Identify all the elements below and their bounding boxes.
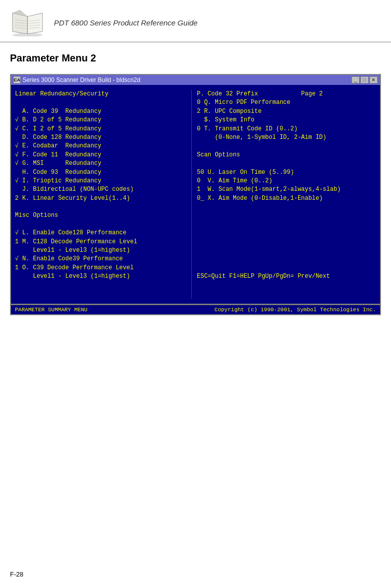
status-right: Copyright (c) 1990-2001, Symbol Technolo… [215,307,376,313]
left-line-h: H. Code 93 Redundancy [15,168,189,177]
left-line-blank-1 [15,98,189,107]
left-line-o2: Level1 - Level3 (1=highest) [15,272,189,281]
left-line-n: √ N. Enable Code39 Performance [15,255,189,263]
left-line-a: A. Code 39 Redundancy [15,107,189,116]
left-line-b: √ B. D 2 of 5 Redundancy [15,116,189,124]
terminal-window: CA Series 3000 Scanner Driver Build - bl… [10,74,381,315]
right-line-v: 0 V. Aim Time (0..2) [197,177,376,185]
left-line-k: 2 K. Linear Security Level(1..4) [15,194,189,203]
left-line-m2: Level1 - Level3 (1=highest) [15,246,189,255]
page-title: Parameter Menu 2 [0,42,391,69]
footer-page-number: F-28 [10,571,23,578]
left-line-j: J. Bidirectioal (NON-UPC codes) [15,185,189,194]
left-blank-3 [15,220,189,229]
right-line-s: $. System Info [197,116,376,124]
right-blank-2 [197,159,376,168]
titlebar-controls: _ □ ✕ [352,76,378,83]
right-blank-9 [197,255,376,263]
right-blank-3 [197,203,376,211]
titlebar-icon: CA [13,76,20,83]
svg-point-11 [12,33,42,36]
left-line-e: √ E. Codabar Redundancy [15,142,189,150]
right-line-u: 50 U. Laser On Time (5..99) [197,168,376,177]
right-blank-8 [197,246,376,255]
status-bar: PARAMETER SUMMARY MENU Copyright (c) 199… [10,305,381,315]
left-line-m: 1 M. C128 Decode Performance Level [15,238,189,246]
page-header: PDT 6800 Series Product Reference Guide [0,0,391,42]
right-line-w: 1 W. Scan Mode(1-smart,2-always,4-slab) [197,185,376,194]
titlebar-left: CA Series 3000 Scanner Driver Build - bl… [13,76,140,83]
terminal-right-column: P. Code 32 Prefix Page 2 0 Q. Micro PDF … [192,90,376,299]
right-line-x: 0_ X. Aim Mode (0-Disable,1-Enable) [197,194,376,203]
left-misc-header: Misc Options [15,211,189,220]
terminal-content: Linear Redundancy/Security A. Code 39 Re… [10,85,381,305]
left-line-o: 1 O. C39 Decode Performance Level [15,264,189,272]
left-line-l: √ L. Enable Code128 Performance [15,229,189,237]
right-esc-line: ESC=Quit F1=HELP PgUp/PgDn= Prev/Next [197,272,376,281]
window-titlebar: CA Series 3000 Scanner Driver Build - bl… [10,74,381,85]
close-button[interactable]: ✕ [370,76,378,83]
right-blank-1 [197,142,376,150]
right-line-p: P. Code 32 Prefix Page 2 [197,90,376,98]
right-blank-7 [197,238,376,246]
terminal-left-column: Linear Redundancy/Security A. Code 39 Re… [15,90,192,299]
left-line-d: D. Code 128 Redundancy [15,133,189,142]
right-line-q: 0 Q. Micro PDF Performance [197,98,376,107]
left-line-i: √ I. Trioptic Redundancy [15,177,189,185]
right-scan-header: Scan Options [197,151,376,159]
left-line-g: √ G. MSI Redundancy [15,159,189,168]
left-blank-2 [15,203,189,211]
minimize-button[interactable]: _ [352,76,360,83]
right-blank-4 [197,211,376,220]
header-title: PDT 6800 Series Product Reference Guide [54,18,198,27]
right-line-r: 2 R. UPC Composite [197,107,376,116]
maximize-button[interactable]: □ [361,76,369,83]
right-line-t: 0 T. Transmit Code ID (0..2) [197,125,376,133]
left-line-f: √ F. Code 11 Redundancy [15,151,189,159]
right-blank-6 [197,229,376,237]
right-blank-10 [197,264,376,272]
left-line-c: √ C. I 2 of 5 Redundancy [15,125,189,133]
titlebar-title: Series 3000 Scanner Driver Build - bldsc… [22,76,140,83]
right-blank-5 [197,220,376,229]
book-logo-icon [10,9,45,36]
left-line-1: Linear Redundancy/Security [15,90,189,98]
right-line-t2: (0-None, 1-Symbol ID, 2-Aim ID) [197,133,376,142]
status-left: PARAMETER SUMMARY MENU [15,307,87,313]
